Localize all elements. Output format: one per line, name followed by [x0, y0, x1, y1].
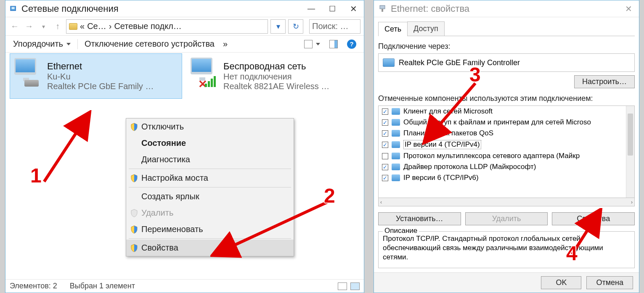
- preview-pane-button[interactable]: [326, 38, 341, 50]
- description-text: Протокол TCP/IP. Стандартный протокол гл…: [383, 234, 630, 262]
- description-frame: Описание Протокол TCP/IP. Стандартный пр…: [378, 231, 635, 268]
- scrollbar-vertical[interactable]: [626, 106, 634, 198]
- checkbox-icon[interactable]: ✓: [382, 164, 388, 170]
- component-item[interactable]: ✓Планировщик пакетов QoS: [379, 128, 626, 139]
- ok-button[interactable]: OK: [541, 276, 581, 289]
- scroll-thumb[interactable]: [628, 114, 633, 156]
- checkbox-icon[interactable]: ✓: [382, 108, 388, 115]
- scrollbar-horizontal[interactable]: ‹›: [378, 198, 635, 206]
- component-item-ipv4[interactable]: ✓IP версии 4 (TCP/IPv4): [379, 139, 626, 150]
- ctx-diagnostics[interactable]: Диагностика: [126, 151, 294, 168]
- ctx-bridge[interactable]: Настройка моста: [126, 170, 294, 186]
- remove-button: Удалить: [465, 212, 548, 225]
- status-bar: Элементов: 2 Выбран 1 элемент: [5, 279, 364, 293]
- nav-back-button[interactable]: ←: [9, 21, 21, 31]
- preview-pane-icon: [329, 40, 338, 48]
- component-item[interactable]: ✓Общий доступ к файлам и принтерам для с…: [379, 117, 626, 128]
- components-listbox[interactable]: ✓Клиент для сетей Microsoft ✓Общий досту…: [378, 106, 635, 198]
- cancel-button[interactable]: Отмена: [586, 276, 633, 289]
- status-count: Элементов: 2: [10, 282, 57, 290]
- chevron-down-icon: [66, 43, 71, 45]
- connection-name: Ethernet: [47, 61, 154, 72]
- breadcrumb-2[interactable]: Сетевые подкл…: [114, 21, 181, 31]
- checkbox-icon[interactable]: ✓: [382, 175, 388, 181]
- ctx-label: Создать ярлык: [141, 192, 199, 201]
- search-placeholder: Поиск: …: [312, 21, 349, 31]
- ctx-delete: Удалить: [126, 205, 294, 221]
- component-label: Клиент для сетей Microsoft: [403, 107, 493, 116]
- component-icon: [392, 174, 400, 181]
- ctx-label: Переименовать: [141, 224, 203, 234]
- component-item[interactable]: ✓Драйвер протокола LLDP (Майкрософт): [379, 161, 626, 172]
- breadcrumb-1[interactable]: Се…: [87, 21, 106, 31]
- separator: [77, 39, 78, 49]
- ctx-label: Свойства: [141, 243, 178, 253]
- component-icon: [392, 141, 400, 148]
- connection-ethernet[interactable]: Ethernet Ku-Ku Realtek PCIe GbE Family …: [10, 53, 182, 99]
- details-view-button[interactable]: [338, 282, 347, 290]
- help-button[interactable]: ?: [344, 38, 360, 50]
- nav-forward-button[interactable]: →: [23, 21, 35, 31]
- refresh-button[interactable]: ↻: [288, 19, 303, 34]
- address-bar[interactable]: « Се… › Сетевые подкл…: [66, 19, 268, 34]
- component-icon: [392, 130, 400, 137]
- checkbox-icon[interactable]: ✓: [382, 142, 388, 148]
- close-button[interactable]: ✕: [343, 0, 364, 17]
- ctx-rename[interactable]: Переименовать: [126, 221, 294, 238]
- dialog-footer: OK Отмена: [374, 272, 639, 293]
- nav-up-button[interactable]: ↑: [52, 21, 64, 31]
- ctx-status[interactable]: Состояние: [126, 135, 294, 151]
- network-folder-icon: [10, 5, 17, 13]
- component-icon: [392, 164, 400, 170]
- ctx-disable[interactable]: Отключить: [126, 119, 294, 135]
- properties-button[interactable]: Свойства: [552, 212, 635, 225]
- checkbox-icon[interactable]: [382, 153, 388, 159]
- ctx-separator: [129, 169, 291, 169]
- search-input[interactable]: Поиск: …: [309, 19, 360, 34]
- close-button[interactable]: ✕: [618, 0, 639, 17]
- shield-icon: [130, 244, 138, 252]
- nav-history-button[interactable]: ▾: [37, 23, 49, 30]
- tab-network[interactable]: Сеть: [378, 22, 408, 36]
- view-layout-button[interactable]: [301, 38, 323, 50]
- ctx-label: Состояние: [141, 138, 186, 148]
- folder-icon: [69, 23, 77, 30]
- wifi-disconnected-icon: ✕: [189, 56, 219, 94]
- install-button[interactable]: Установить…: [378, 212, 461, 225]
- checkbox-icon[interactable]: ✓: [382, 119, 388, 126]
- disable-device-button[interactable]: Отключение сетевого устройства: [81, 37, 218, 50]
- components-label: Отмеченные компоненты используются этим …: [378, 94, 635, 103]
- configure-button[interactable]: Настроить…: [574, 75, 635, 88]
- component-item[interactable]: ✓IP версии 6 (TCP/IPv6): [379, 172, 626, 183]
- address-dropdown-button[interactable]: ▾: [270, 19, 286, 34]
- organize-button[interactable]: Упорядочить: [10, 37, 74, 50]
- checkbox-icon[interactable]: ✓: [382, 130, 388, 137]
- context-menu: Отключить Состояние Диагностика Настройк…: [126, 118, 294, 256]
- component-icon: [392, 153, 400, 159]
- component-item[interactable]: Протокол мультиплексора сетевого адаптер…: [379, 150, 626, 161]
- nav-toolbar: ← → ▾ ↑ « Се… › Сетевые подкл… ▾ ↻ Поиск…: [5, 17, 364, 36]
- svg-rect-4: [380, 5, 385, 9]
- tiles-view-button[interactable]: [350, 282, 360, 290]
- shield-icon: [130, 225, 138, 234]
- window-title: Сетевые подключения: [21, 3, 119, 14]
- ctx-properties[interactable]: Свойства: [126, 240, 294, 256]
- connection-wireless[interactable]: ✕ Беспроводная сеть Нет подключения Real…: [186, 53, 359, 99]
- layout-icon: [304, 40, 313, 48]
- title-controls: — ☐ ✕: [301, 0, 364, 17]
- connection-name: Беспроводная сеть: [223, 61, 329, 72]
- tabstrip: Сеть Доступ: [378, 21, 635, 36]
- shield-icon: [130, 123, 138, 131]
- minimize-button[interactable]: —: [301, 0, 322, 17]
- ctx-label: Удалить: [141, 208, 173, 218]
- ctx-label: Отключить: [141, 122, 184, 132]
- nic-icon: [383, 58, 395, 67]
- maximize-button[interactable]: ☐: [322, 0, 343, 17]
- shield-icon: [130, 209, 138, 217]
- ctx-shortcut[interactable]: Создать ярлык: [126, 188, 294, 205]
- tab-access[interactable]: Доступ: [407, 21, 445, 36]
- component-label: IP версии 6 (TCP/IPv6): [403, 174, 479, 182]
- component-item[interactable]: ✓Клиент для сетей Microsoft: [379, 106, 626, 117]
- overflow-button[interactable]: »: [220, 37, 231, 50]
- annotation-step-1: 1: [30, 164, 42, 187]
